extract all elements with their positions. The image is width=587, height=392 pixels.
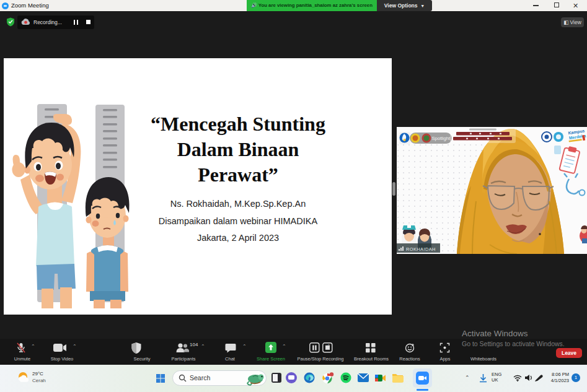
svg-text:Spotlight: Spotlight xyxy=(432,136,451,141)
svg-text:ROKHAIDAH: ROKHAIDAH xyxy=(406,246,436,252)
